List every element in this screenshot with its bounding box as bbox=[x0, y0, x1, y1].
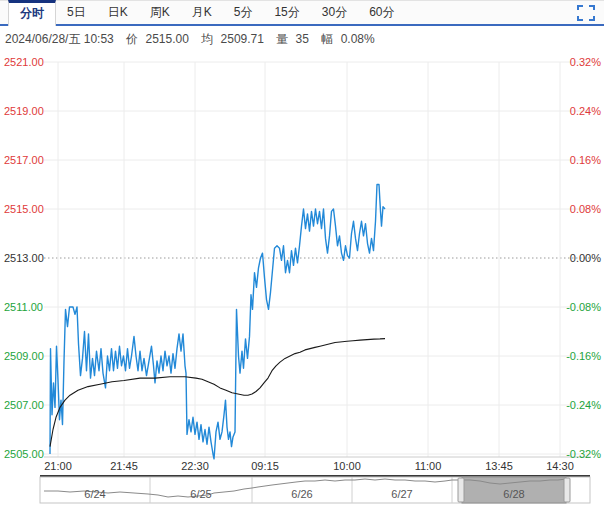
svg-text:2513.00: 2513.00 bbox=[4, 252, 44, 264]
navigator-day-6/26[interactable]: 6/26 bbox=[291, 488, 312, 500]
price-label: 价 bbox=[126, 32, 138, 46]
svg-text:09:15: 09:15 bbox=[251, 460, 279, 472]
svg-text:-0.08%: -0.08% bbox=[566, 301, 601, 313]
tab-分时[interactable]: 分时 bbox=[8, 0, 56, 26]
svg-text:10:00: 10:00 bbox=[333, 460, 361, 472]
svg-text:21:00: 21:00 bbox=[44, 460, 72, 472]
price-value: 2515.00 bbox=[145, 32, 188, 46]
tab-周K[interactable]: 周K bbox=[139, 1, 181, 24]
volume-value: 35 bbox=[296, 32, 309, 46]
price-line bbox=[50, 185, 385, 459]
avg-value: 2509.71 bbox=[221, 32, 264, 46]
period-tabbar: 分时5日日K周K月K5分15分30分60分 bbox=[0, 0, 604, 26]
svg-text:-0.32%: -0.32% bbox=[566, 448, 601, 460]
tab-60分[interactable]: 60分 bbox=[358, 1, 405, 24]
svg-text:2505.00: 2505.00 bbox=[4, 448, 44, 460]
range-value: 0.08% bbox=[341, 32, 375, 46]
svg-text:2517.00: 2517.00 bbox=[4, 154, 44, 166]
svg-text:22:30: 22:30 bbox=[181, 460, 209, 472]
svg-text:2509.00: 2509.00 bbox=[4, 350, 44, 362]
x-axis-time-labels: 21:0021:4522:3009:1510:0011:0013:4514:30 bbox=[44, 460, 574, 472]
navigator-right-handle[interactable] bbox=[564, 478, 570, 502]
svg-text:2507.00: 2507.00 bbox=[4, 399, 44, 411]
svg-text:2519.00: 2519.00 bbox=[4, 105, 44, 117]
range-label: 幅 bbox=[321, 32, 333, 46]
svg-text:0.24%: 0.24% bbox=[570, 105, 601, 117]
svg-text:2521.00: 2521.00 bbox=[4, 56, 44, 68]
svg-text:21:45: 21:45 bbox=[110, 460, 138, 472]
svg-text:0.00%: 0.00% bbox=[570, 252, 601, 264]
svg-text:14:30: 14:30 bbox=[546, 460, 574, 472]
tab-日K[interactable]: 日K bbox=[97, 1, 139, 24]
svg-text:2515.00: 2515.00 bbox=[4, 203, 44, 215]
minute-chart-app: { "tabs": { "items": [ {"label":"分时","ac… bbox=[0, 0, 604, 505]
tab-月K[interactable]: 月K bbox=[181, 1, 223, 24]
svg-text:11:00: 11:00 bbox=[415, 460, 442, 472]
navigator-day-6/24[interactable]: 6/24 bbox=[84, 488, 105, 500]
svg-text:0.32%: 0.32% bbox=[570, 56, 601, 68]
svg-text:13:45: 13:45 bbox=[485, 460, 513, 472]
fullscreen-icon[interactable] bbox=[577, 5, 595, 21]
svg-text:0.16%: 0.16% bbox=[570, 154, 601, 166]
avg-label: 均 bbox=[201, 32, 213, 46]
tab-5日[interactable]: 5日 bbox=[56, 1, 97, 24]
volume-label: 量 bbox=[276, 32, 288, 46]
tab-30分[interactable]: 30分 bbox=[311, 1, 358, 24]
date-navigator[interactable]: 6/246/256/266/276/28 bbox=[40, 475, 590, 503]
navigator-day-6/28[interactable]: 6/28 bbox=[503, 488, 524, 500]
tab-15分[interactable]: 15分 bbox=[263, 1, 310, 24]
tab-5分[interactable]: 5分 bbox=[223, 1, 264, 24]
svg-text:-0.16%: -0.16% bbox=[566, 350, 601, 362]
grid bbox=[44, 62, 591, 457]
minute-chart: 2521.002519.002517.002515.002513.002511.… bbox=[0, 52, 604, 505]
y-axis-price-labels: 2521.002519.002517.002515.002513.002511.… bbox=[4, 56, 44, 460]
svg-text:0.08%: 0.08% bbox=[570, 203, 601, 215]
navigator-day-6/25[interactable]: 6/25 bbox=[190, 488, 211, 500]
quote-infobar: 2024/06/28/五 10:53 价 2515.00 均 2509.71 量… bbox=[0, 27, 604, 52]
svg-text:2511.00: 2511.00 bbox=[4, 301, 43, 313]
quote-datetime: 2024/06/28/五 10:53 bbox=[5, 32, 114, 46]
navigator-day-6/27[interactable]: 6/27 bbox=[391, 488, 412, 500]
y-axis-pct-labels: 0.32%0.24%0.16%0.08%0.00%-0.08%-0.16%-0.… bbox=[566, 56, 601, 460]
navigator-left-handle[interactable] bbox=[458, 478, 464, 502]
svg-text:-0.24%: -0.24% bbox=[566, 399, 601, 411]
